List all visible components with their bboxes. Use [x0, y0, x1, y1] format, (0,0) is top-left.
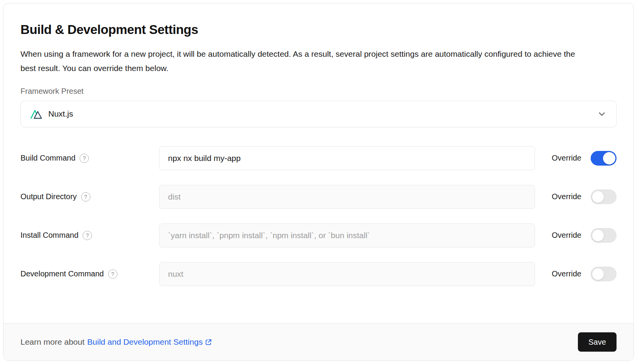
- override-label: Override: [552, 269, 581, 278]
- output-directory-input: [159, 185, 535, 209]
- save-button[interactable]: Save: [578, 332, 617, 352]
- install-command-override-toggle[interactable]: [591, 228, 617, 243]
- card-footer: Learn more about Build and Development S…: [3, 323, 634, 361]
- page-title: Build & Development Settings: [20, 22, 617, 37]
- learn-more-link[interactable]: Build and Development Settings: [87, 337, 212, 347]
- settings-rows: Build Command ? Override Output Director…: [20, 146, 617, 286]
- install-command-row: Install Command ? Override: [20, 223, 617, 247]
- build-command-override-toggle[interactable]: [591, 151, 617, 166]
- chevron-down-icon: [597, 109, 607, 119]
- question-mark-icon[interactable]: ?: [108, 269, 117, 279]
- build-command-label: Build Command: [20, 154, 75, 163]
- section-description: When using a framework for a new project…: [20, 47, 581, 75]
- learn-more-prefix: Learn more about: [20, 337, 85, 347]
- override-label: Override: [552, 231, 581, 240]
- development-command-input: [159, 262, 535, 286]
- build-dev-settings-card: Build & Development Settings When using …: [3, 3, 634, 361]
- nuxt-logo-icon: [30, 108, 43, 120]
- toggle-knob: [592, 268, 604, 280]
- toggle-knob: [592, 191, 604, 203]
- question-mark-icon[interactable]: ?: [83, 231, 92, 240]
- install-command-input: [159, 223, 535, 247]
- build-command-row: Build Command ? Override: [20, 146, 617, 170]
- framework-preset-select[interactable]: Nuxt.js: [20, 101, 617, 127]
- framework-preset-label: Framework Preset: [20, 87, 617, 96]
- learn-more-text: Learn more about Build and Development S…: [20, 337, 212, 347]
- external-link-icon: [204, 338, 212, 346]
- development-command-label: Development Command: [20, 269, 104, 278]
- question-mark-icon[interactable]: ?: [80, 154, 89, 163]
- development-command-override-toggle[interactable]: [591, 267, 617, 281]
- output-directory-row: Output Directory ? Override: [20, 185, 617, 209]
- framework-preset-value: Nuxt.js: [48, 109, 73, 119]
- toggle-knob: [592, 229, 604, 242]
- build-command-input[interactable]: [159, 146, 535, 170]
- override-label: Override: [552, 154, 581, 163]
- question-mark-icon[interactable]: ?: [81, 192, 90, 201]
- override-label: Override: [552, 192, 581, 201]
- toggle-knob: [603, 152, 615, 164]
- install-command-label: Install Command: [20, 231, 78, 240]
- development-command-row: Development Command ? Override: [20, 262, 617, 286]
- output-directory-override-toggle[interactable]: [591, 190, 617, 204]
- output-directory-label: Output Directory: [20, 192, 77, 201]
